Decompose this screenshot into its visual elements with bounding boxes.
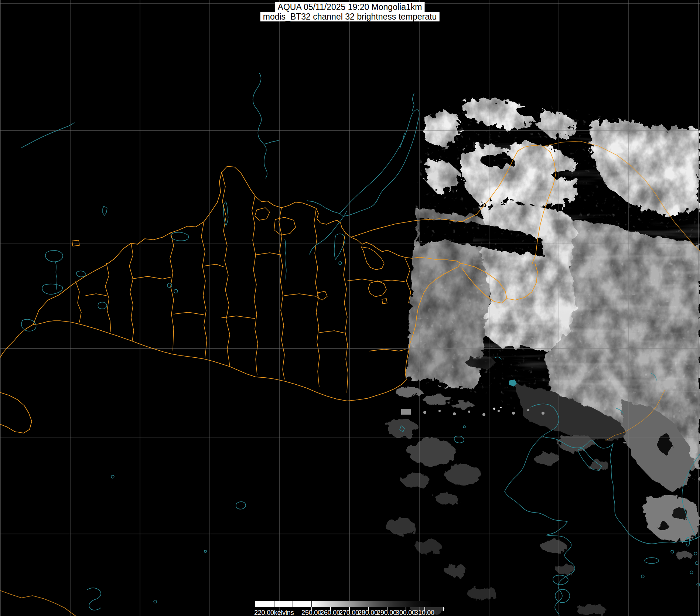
baikal-island-line — [400, 133, 404, 148]
surface-patch — [675, 551, 692, 559]
islet-outline — [695, 562, 698, 565]
colorbar-unit-label: 220.00kelvins — [254, 609, 294, 616]
surface-patch — [396, 388, 423, 397]
surface-patch — [436, 493, 458, 505]
small-lake — [236, 502, 246, 509]
colorbar-label-310: 310.00 — [414, 609, 434, 616]
surface-patch — [445, 464, 482, 485]
map-canvas — [0, 0, 700, 616]
surface-patch — [386, 518, 416, 535]
river-top-left — [21, 123, 74, 148]
islet-outline — [690, 571, 693, 574]
lake-baikal-outline — [340, 110, 419, 216]
swath-streak-texture — [473, 133, 700, 392]
korea-dark-hole — [658, 434, 672, 453]
surface-patch — [576, 605, 606, 615]
colorbar-tick-320-unlabeled — [443, 607, 444, 611]
small-lake — [174, 289, 178, 293]
tes-river — [55, 262, 57, 290]
sub-swath-surface-patches — [386, 383, 700, 615]
surface-patch — [401, 409, 411, 415]
surface-patch — [445, 565, 467, 577]
islet-outline — [697, 583, 700, 586]
small-lake — [454, 436, 464, 443]
surface-patch — [402, 473, 430, 488]
lake-khovsgol-outline — [223, 202, 228, 225]
small-lake — [76, 271, 86, 277]
surface-patch — [542, 540, 567, 554]
south-korea-terrain — [643, 495, 700, 542]
colorbar-label-280: 280.00 — [358, 609, 378, 616]
small-lake — [154, 600, 157, 603]
islet-outline — [641, 575, 644, 578]
lake-uvs-outline — [45, 251, 63, 262]
small-lake — [463, 426, 465, 428]
river-southwest — [87, 588, 101, 610]
mongolia-aimag-borders — [72, 172, 411, 392]
lake-khyargas-outline — [42, 284, 63, 294]
shandong-bay-outline — [553, 575, 568, 585]
surface-patch — [416, 540, 441, 554]
colorbar-label-250: 250.00 — [301, 609, 321, 616]
lake-ne-mongolia-outline — [334, 234, 345, 259]
bohai-bay-coastline — [505, 436, 567, 535]
colorbar-label-260: 260.00 — [320, 609, 340, 616]
upper-angara-river — [412, 93, 414, 111]
surface-patch — [533, 452, 560, 464]
colorbar-label-290: 290.00 — [377, 609, 397, 616]
angara-river — [307, 201, 340, 214]
jeju-island-outline — [645, 558, 659, 564]
surface-patch — [451, 401, 474, 409]
surface-patch — [467, 586, 497, 600]
west-borders — [0, 324, 33, 358]
lake-achit-outline — [103, 206, 107, 215]
colorbar-tick-240 — [293, 601, 293, 607]
map-title-line2: modis_BT32 channel 32 brightness tempera… — [260, 12, 440, 21]
small-lake — [98, 302, 107, 309]
colorbar-label-300: 300.00 — [396, 609, 416, 616]
river-center-top — [253, 73, 267, 178]
small-lake — [339, 262, 342, 265]
islet-outline — [694, 552, 697, 555]
small-lake — [171, 232, 188, 241]
colorbar-gradient — [255, 601, 447, 607]
surface-patch — [587, 460, 609, 471]
colorbar-tick-230 — [274, 601, 274, 607]
colorbar-label-270: 270.00 — [339, 609, 359, 616]
surface-patch — [423, 395, 453, 404]
korea-dark-hole — [672, 508, 688, 520]
surface-patch — [409, 439, 456, 466]
korea-dark-hole — [658, 522, 668, 531]
map-title-line1: AQUA 05/11/2025 19:20 Mongolia1km — [275, 2, 425, 12]
orkhon-river — [285, 239, 286, 279]
southwest-corner-border — [0, 591, 76, 616]
islet-outline — [671, 550, 674, 553]
small-lake — [204, 550, 206, 552]
mongolia-outer-border — [33, 166, 461, 401]
small-lake — [111, 475, 114, 478]
surface-patch — [386, 420, 419, 438]
river-branch — [264, 140, 279, 144]
islet-outline — [686, 537, 690, 546]
west-borders — [0, 392, 32, 433]
satellite-map-viewport: AQUA 05/11/2025 19:20 Mongolia1km modis_… — [0, 0, 700, 616]
lake-uureg-outline — [21, 319, 36, 331]
selenga-river — [310, 211, 346, 254]
colorbar-tick-250-inner — [311, 601, 312, 607]
